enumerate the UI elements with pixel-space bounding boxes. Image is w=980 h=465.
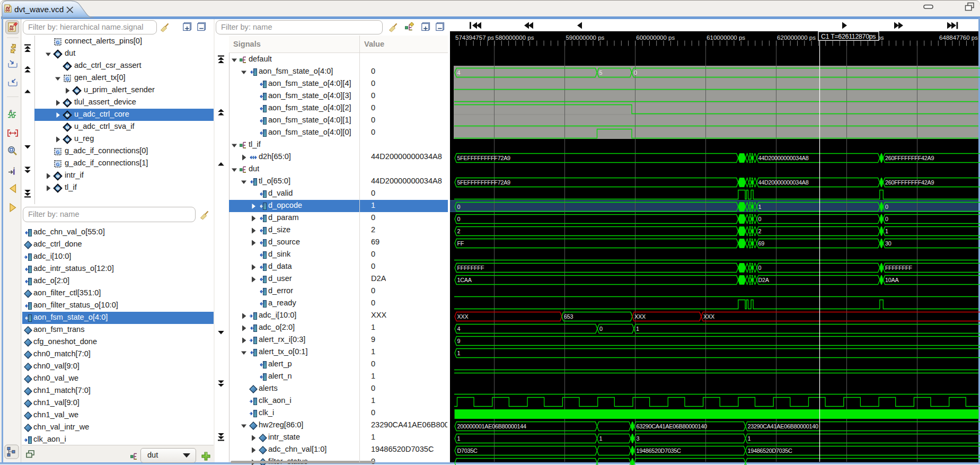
svg-text:1: 1 bbox=[636, 326, 639, 332]
svg-text:590000000 ps: 590000000 ps bbox=[566, 34, 604, 41]
svg-text:D7035C: D7035C bbox=[457, 448, 478, 454]
svg-text:1: 1 bbox=[748, 435, 751, 442]
svg-text:44D20000000034A8: 44D20000000034A8 bbox=[758, 155, 809, 161]
svg-text:610000000 ps: 610000000 ps bbox=[707, 34, 745, 41]
svg-text:FFFFFFFF: FFFFFFFF bbox=[457, 265, 484, 271]
svg-text:FF: FF bbox=[457, 240, 464, 247]
svg-text:44D20000000034A8: 44D20000000034A8 bbox=[758, 179, 809, 186]
svg-text:M: M bbox=[66, 137, 69, 142]
svg-text:260FFFFFFFF42A9: 260FFFFFFFF42A9 bbox=[885, 179, 934, 186]
svg-text:30: 30 bbox=[885, 240, 891, 247]
svg-text:1: 1 bbox=[457, 435, 461, 442]
svg-text:1: 1 bbox=[599, 435, 603, 442]
svg-text:0: 0 bbox=[457, 204, 461, 210]
svg-text:10AA: 10AA bbox=[885, 277, 899, 283]
svg-text:260FFFFFFFF42A9: 260FFFFFFFF42A9 bbox=[885, 155, 934, 161]
svg-text:653: 653 bbox=[564, 313, 573, 320]
svg-text:FFFFFFFF: FFFFFFFF bbox=[885, 265, 912, 271]
svg-text:5FEFFFFFFFFF72A9: 5FEFFFFFFFFF72A9 bbox=[457, 179, 511, 186]
svg-text:0: 0 bbox=[634, 69, 637, 76]
svg-text:0: 0 bbox=[758, 216, 762, 222]
svg-text:2: 2 bbox=[457, 228, 461, 234]
svg-text:4: 4 bbox=[457, 69, 461, 76]
svg-text:0: 0 bbox=[599, 326, 603, 332]
svg-text:0: 0 bbox=[758, 265, 762, 271]
svg-text:200000001AE06B80000144: 200000001AE06B80000144 bbox=[457, 423, 526, 429]
svg-text:dvt_wave.vcd: dvt_wave.vcd bbox=[14, 5, 64, 14]
svg-text:M: M bbox=[75, 89, 78, 93]
svg-text:19486520D7035C: 19486520D7035C bbox=[748, 448, 793, 454]
svg-text:XXX: XXX bbox=[634, 313, 646, 320]
svg-text:M: M bbox=[66, 64, 69, 69]
svg-text:580000000 ps: 580000000 ps bbox=[496, 34, 534, 41]
svg-text:M: M bbox=[66, 101, 69, 106]
svg-text:0: 0 bbox=[885, 216, 888, 222]
svg-text:63290CA41AE06B80000140: 63290CA41AE06B80000140 bbox=[637, 423, 707, 429]
svg-text:1: 1 bbox=[758, 204, 762, 210]
svg-text:600000000 ps: 600000000 ps bbox=[636, 34, 675, 41]
svg-text:M: M bbox=[56, 52, 59, 57]
svg-text:5: 5 bbox=[599, 69, 603, 76]
svg-text:G: G bbox=[56, 39, 59, 45]
svg-text:D2A: D2A bbox=[758, 277, 770, 283]
svg-text:574394757 ps: 574394757 ps bbox=[455, 34, 494, 41]
svg-text:1: 1 bbox=[885, 228, 888, 234]
svg-text:M: M bbox=[66, 125, 69, 130]
svg-text:G: G bbox=[65, 76, 69, 81]
svg-text:C1 T=626112870ps: C1 T=626112870ps bbox=[821, 33, 876, 40]
svg-text:3: 3 bbox=[637, 435, 640, 442]
svg-text:XXX: XXX bbox=[703, 313, 714, 320]
svg-text:4: 4 bbox=[457, 326, 461, 332]
svg-text:620000000 ps: 620000000 ps bbox=[777, 34, 816, 41]
svg-text:5FEFFFFFFFFF72A9: 5FEFFFFFFFFF72A9 bbox=[457, 155, 511, 161]
svg-text:648847760 ps: 648847760 ps bbox=[939, 34, 978, 41]
svg-text:23290CA41AE06B80000140: 23290CA41AE06B80000140 bbox=[748, 423, 818, 429]
svg-text:1CAA: 1CAA bbox=[457, 277, 472, 283]
svg-text:M: M bbox=[56, 174, 59, 179]
svg-text:0: 0 bbox=[457, 216, 461, 222]
svg-text:G: G bbox=[56, 161, 59, 166]
svg-text:0: 0 bbox=[885, 204, 888, 210]
svg-text:69: 69 bbox=[758, 240, 765, 247]
svg-text:19486520D7035C: 19486520D7035C bbox=[637, 448, 682, 454]
svg-text:M: M bbox=[56, 186, 59, 191]
svg-text:XXX: XXX bbox=[457, 313, 469, 320]
svg-text:G: G bbox=[56, 149, 59, 154]
svg-text:2: 2 bbox=[758, 228, 762, 234]
svg-text:1: 1 bbox=[457, 350, 461, 356]
svg-text:9: 9 bbox=[457, 338, 461, 344]
svg-text:M: M bbox=[66, 113, 69, 118]
